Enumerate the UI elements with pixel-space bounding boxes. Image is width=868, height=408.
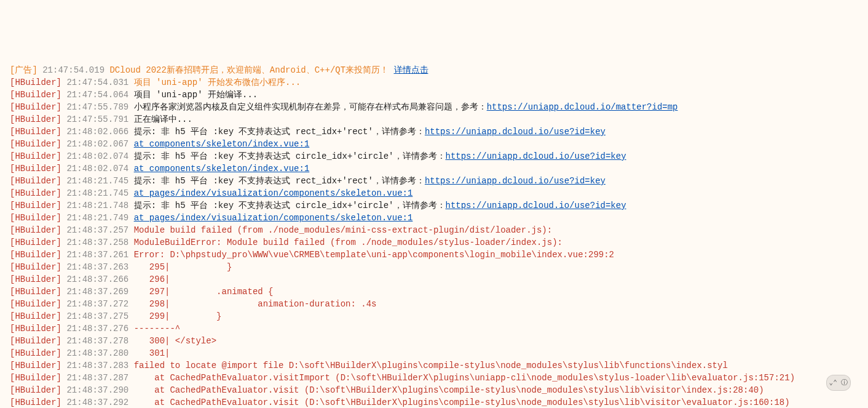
console-line: [HBuilder] 21:48:37.290 at CachedPathEva… — [10, 384, 868, 396]
console-line: [HBuilder] 21:48:21.745 提示: 非 h5 平台 :key… — [10, 175, 868, 187]
console-line: [HBuilder] 21:48:37.263 295| } — [10, 261, 868, 273]
log-timestamp: 21:48:21.749 — [66, 213, 128, 223]
log-source-tag: [HBuilder] — [10, 348, 61, 358]
log-text: Module build failed (from ./node_modules… — [134, 225, 553, 235]
log-source-tag: [HBuilder] — [10, 385, 61, 395]
log-timestamp: 21:47:55.791 — [66, 114, 128, 124]
log-timestamp: 21:48:37.278 — [66, 336, 128, 346]
log-text: 295| } — [134, 262, 232, 272]
log-timestamp: 21:48:37.292 — [66, 398, 128, 407]
log-link[interactable]: https://uniapp.dcloud.io/use?id=key — [425, 127, 606, 137]
console-line: [HBuilder] 21:47:55.791 正在编译中... — [10, 113, 868, 126]
log-link[interactable]: 详情点击 — [394, 65, 428, 75]
log-source-tag: [广告] — [10, 65, 37, 75]
log-source-tag: [HBuilder] — [10, 324, 61, 334]
console-line: [HBuilder] 21:48:21.745 at pages/index/v… — [10, 187, 868, 199]
log-text: 正在编译中... — [134, 114, 192, 124]
log-source-tag: [HBuilder] — [10, 238, 61, 247]
console-line: [HBuilder] 21:47:54.031 项目 'uni-app' 开始发… — [10, 76, 868, 89]
log-source-tag: [HBuilder] — [10, 78, 61, 87]
console-line: [HBuilder] 21:48:37.261 Error: D:\phpstu… — [10, 249, 868, 261]
log-timestamp: 21:48:21.748 — [66, 201, 128, 210]
log-text: 提示: 非 h5 平台 :key 不支持表达式 circle_idx+'circ… — [134, 151, 446, 161]
log-source-tag: [HBuilder] — [10, 213, 61, 223]
log-source-tag: [HBuilder] — [10, 164, 61, 174]
log-link[interactable]: https://uniapp.dcloud.io/matter?id=mp — [487, 102, 678, 112]
log-source-tag: [HBuilder] — [10, 225, 61, 235]
log-text: at CachedPathEvaluator.visit (D:\soft\HB… — [134, 398, 790, 407]
log-source-tag: [HBuilder] — [10, 250, 61, 260]
log-text: 296| — [134, 274, 175, 284]
log-timestamp: 21:48:37.269 — [66, 287, 128, 297]
log-source-tag: [HBuilder] — [10, 287, 61, 297]
log-text: 301| — [134, 348, 175, 358]
log-text: 项目 'uni-app' 开始编译... — [134, 90, 258, 100]
log-source-tag: [HBuilder] — [10, 127, 61, 137]
console-line: [HBuilder] 21:48:21.748 提示: 非 h5 平台 :key… — [10, 199, 868, 212]
log-text: 提示: 非 h5 平台 :key 不支持表达式 circle_idx+'circ… — [134, 201, 446, 210]
log-text: 299| } — [134, 311, 222, 321]
console-output[interactable]: [广告] 21:47:54.019 DCloud 2022新春招聘开启，欢迎前端… — [0, 62, 868, 408]
console-line: [HBuilder] 21:47:55.789 小程序各家浏览器内核及自定义组件… — [10, 101, 868, 113]
output-toolbar-label: ⌄⌃ ⓘ — [829, 377, 848, 389]
log-timestamp: 21:47:54.019 — [42, 65, 105, 75]
console-line: [HBuilder] 21:48:02.067 at components/sk… — [10, 138, 868, 150]
log-timestamp: 21:48:37.280 — [66, 348, 128, 358]
log-timestamp: 21:48:37.283 — [66, 361, 128, 370]
console-line: [HBuilder] 21:48:37.287 at CachedPathEva… — [10, 372, 868, 384]
console-line: [HBuilder] 21:48:37.283 failed to locate… — [10, 359, 868, 372]
log-link[interactable]: https://uniapp.dcloud.io/use?id=key — [446, 151, 626, 161]
output-toolbar-button[interactable]: ⌄⌃ ⓘ — [826, 375, 851, 391]
log-timestamp: 21:48:37.257 — [66, 225, 128, 235]
log-source-tag: [HBuilder] — [10, 336, 61, 346]
log-link[interactable]: at pages/index/visualization/components/… — [134, 188, 413, 198]
log-timestamp: 21:48:37.258 — [66, 238, 128, 247]
log-timestamp: 21:48:37.263 — [66, 262, 128, 272]
log-timestamp: 21:48:02.067 — [66, 139, 128, 149]
console-line: [HBuilder] 21:48:37.258 ModuleBuildError… — [10, 236, 868, 249]
log-timestamp: 21:48:02.074 — [66, 151, 128, 161]
log-source-tag: [HBuilder] — [10, 274, 61, 284]
log-timestamp: 21:48:02.074 — [66, 164, 128, 174]
log-timestamp: 21:48:37.275 — [66, 311, 128, 321]
log-source-tag: [HBuilder] — [10, 299, 61, 309]
log-source-tag: [HBuilder] — [10, 361, 61, 370]
log-timestamp: 21:48:37.261 — [66, 250, 128, 260]
log-timestamp: 21:48:37.287 — [66, 373, 128, 383]
log-link[interactable]: at pages/index/visualization/components/… — [134, 213, 413, 223]
log-timestamp: 21:48:02.066 — [66, 127, 128, 137]
log-text: 项目 'uni-app' 开始发布微信小程序... — [134, 78, 301, 87]
console-line: [广告] 21:47:54.019 DCloud 2022新春招聘开启，欢迎前端… — [10, 64, 868, 76]
log-text — [389, 65, 393, 75]
console-line: [HBuilder] 21:48:37.292 at CachedPathEva… — [10, 396, 868, 408]
log-text: 298| animation-duration: .4s — [134, 299, 377, 309]
log-source-tag: [HBuilder] — [10, 311, 61, 321]
log-link[interactable]: at components/skeleton/index.vue:1 — [134, 139, 310, 149]
log-text: 小程序各家浏览器内核及自定义组件实现机制存在差异，可能存在样式布局兼容问题，参考… — [134, 102, 487, 112]
console-line: [HBuilder] 21:48:37.276 --------^ — [10, 322, 868, 335]
log-timestamp: 21:47:55.789 — [66, 102, 128, 112]
console-line: [HBuilder] 21:48:02.066 提示: 非 h5 平台 :key… — [10, 126, 868, 138]
console-line: [HBuilder] 21:48:37.280 301| — [10, 347, 868, 359]
console-line: [HBuilder] 21:47:54.064 项目 'uni-app' 开始编… — [10, 89, 868, 101]
log-source-tag: [HBuilder] — [10, 139, 61, 149]
log-timestamp: 21:48:37.276 — [66, 324, 128, 334]
log-source-tag: [HBuilder] — [10, 102, 61, 112]
log-source-tag: [HBuilder] — [10, 114, 61, 124]
log-timestamp: 21:48:37.266 — [66, 274, 128, 284]
log-link[interactable]: at components/skeleton/index.vue:1 — [134, 164, 310, 174]
log-source-tag: [HBuilder] — [10, 201, 61, 210]
log-source-tag: [HBuilder] — [10, 176, 61, 186]
log-link[interactable]: https://uniapp.dcloud.io/use?id=key — [446, 201, 626, 210]
log-text: at CachedPathEvaluator.visit (D:\soft\HB… — [134, 385, 764, 395]
log-timestamp: 21:48:37.272 — [66, 299, 128, 309]
log-source-tag: [HBuilder] — [10, 262, 61, 272]
log-link[interactable]: https://uniapp.dcloud.io/use?id=key — [425, 176, 606, 186]
log-text: DCloud 2022新春招聘开启，欢迎前端、Android、C++/QT来投简… — [109, 65, 389, 75]
log-timestamp: 21:48:21.745 — [66, 188, 128, 198]
log-text: 297| .animated { — [134, 287, 274, 297]
log-source-tag: [HBuilder] — [10, 90, 61, 100]
log-source-tag: [HBuilder] — [10, 188, 61, 198]
log-text: --------^ — [134, 324, 181, 334]
log-text: Error: D:\phpstudy_pro\WWW\vue\CRMEB\tem… — [134, 250, 614, 260]
